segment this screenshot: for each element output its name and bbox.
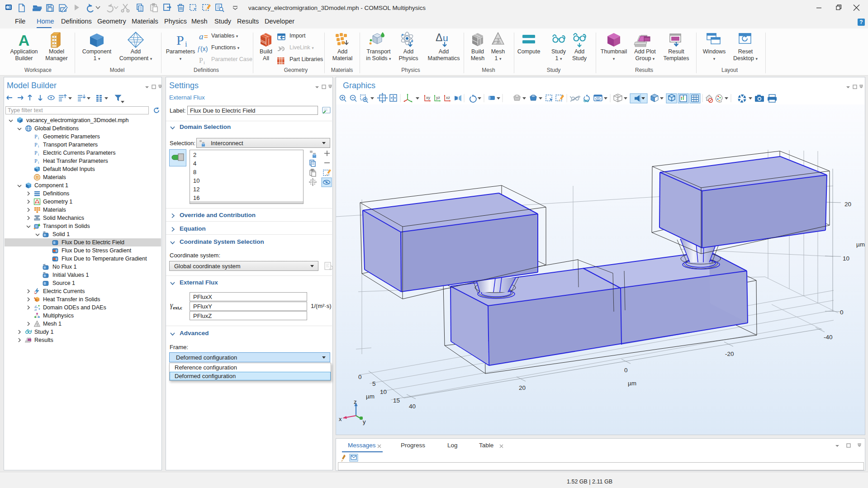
svg-text:P: P	[34, 142, 38, 148]
svg-text:0: 0	[358, 374, 362, 380]
svg-text:20: 20	[844, 201, 851, 208]
svg-text:10: 10	[380, 389, 387, 395]
svg-text:(x): (x)	[200, 45, 208, 52]
svg-text:i: i	[185, 40, 187, 48]
svg-text:µm: µm	[366, 393, 375, 400]
svg-text:-40: -40	[824, 334, 833, 341]
svg-text:40: 40	[409, 403, 416, 410]
svg-text:10: 10	[843, 255, 849, 262]
svg-text:xz: xz	[446, 95, 451, 100]
svg-text:i: i	[38, 144, 39, 148]
svg-text:Δ: Δ	[436, 32, 442, 43]
svg-text:dt: dt	[34, 308, 38, 311]
svg-text:y: y	[363, 418, 366, 425]
svg-text:=: =	[204, 33, 208, 40]
svg-text:i: i	[204, 60, 205, 65]
svg-text:z: z	[354, 398, 357, 405]
svg-text:+: +	[34, 290, 36, 293]
svg-text:15: 15	[393, 397, 400, 404]
svg-text:i: i	[38, 161, 39, 165]
svg-text:P: P	[34, 133, 38, 140]
svg-text:a: a	[199, 32, 204, 41]
svg-text:yz: yz	[436, 95, 441, 100]
svg-text:-20: -20	[725, 351, 734, 357]
svg-text:i: i	[38, 152, 39, 156]
svg-text:i: i	[38, 136, 39, 140]
svg-text:5: 5	[372, 380, 376, 387]
svg-text:P: P	[34, 150, 38, 156]
svg-text:20: 20	[519, 384, 526, 391]
svg-text:xy: xy	[426, 95, 431, 100]
svg-text:u: u	[443, 33, 448, 43]
svg-text:P: P	[34, 158, 38, 164]
svg-text:D: D	[43, 263, 45, 266]
svg-text:0: 0	[840, 309, 844, 316]
svg-text:P: P	[199, 57, 203, 64]
svg-text:0: 0	[624, 367, 628, 374]
svg-text:µm: µm	[628, 380, 636, 387]
svg-text:D: D	[43, 231, 45, 233]
svg-text:P: P	[176, 33, 184, 47]
svg-text:x: x	[339, 416, 342, 422]
svg-text:A: A	[19, 32, 30, 49]
svg-text:µm: µm	[856, 241, 865, 248]
svg-text:D: D	[43, 271, 45, 274]
